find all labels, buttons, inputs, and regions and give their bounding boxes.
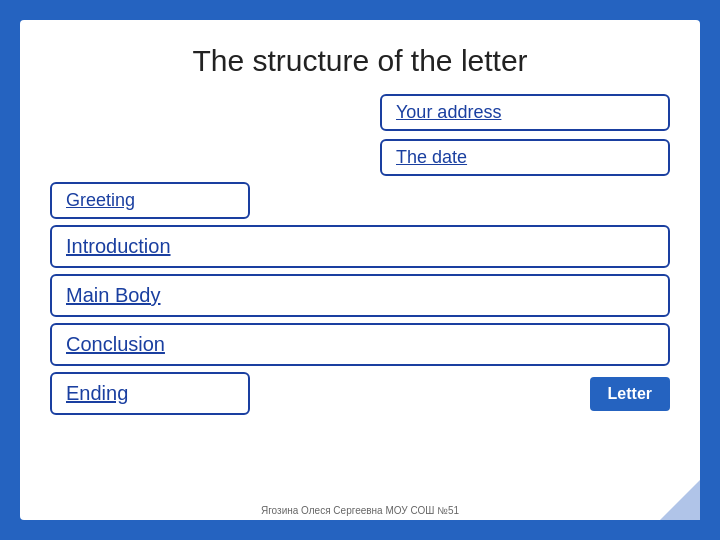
your-address-box[interactable]: Your address (380, 94, 670, 131)
right-boxes: Your address The date (380, 94, 670, 176)
content-area: Your address The date Greeting Introduct… (50, 94, 670, 500)
slide-title: The structure of the letter (50, 44, 670, 78)
introduction-box[interactable]: Introduction (50, 225, 670, 268)
greeting-box[interactable]: Greeting (50, 182, 250, 219)
footer-text: Ягозина Олеся Сергеевна МОУ СОШ №51 (261, 505, 459, 516)
left-section: Greeting Introduction Main Body Conclusi… (50, 182, 670, 415)
letter-button[interactable]: Letter (590, 377, 670, 411)
main-body-box[interactable]: Main Body (50, 274, 670, 317)
slide: The structure of the letter Your address… (20, 20, 700, 520)
ending-box[interactable]: Ending (50, 372, 250, 415)
ending-row: Ending Letter (50, 372, 670, 415)
conclusion-box[interactable]: Conclusion (50, 323, 670, 366)
the-date-box[interactable]: The date (380, 139, 670, 176)
